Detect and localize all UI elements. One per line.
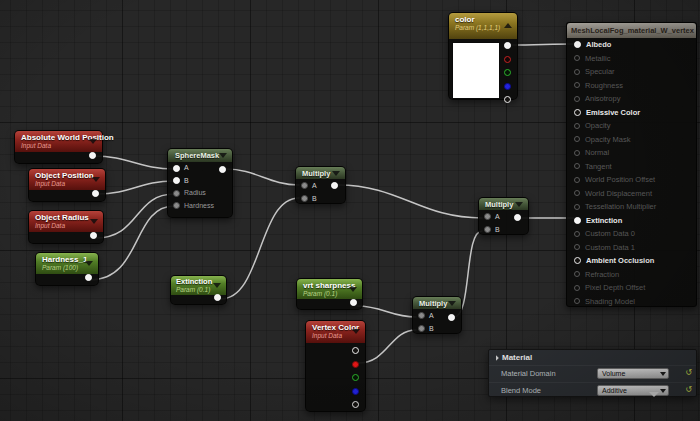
- node-object-position[interactable]: Object Position Input Data: [28, 168, 106, 202]
- result-pin-emissive-color[interactable]: Emissive Color: [567, 106, 696, 120]
- input-row-b[interactable]: B: [413, 322, 461, 335]
- node-header[interactable]: MeshLocalFog_material_W_vertex: [567, 23, 696, 38]
- node-header[interactable]: Object Radius Input Data: [29, 211, 103, 232]
- node-color-param[interactable]: color Param (1,1,1,1): [448, 12, 518, 100]
- output-pin[interactable]: [92, 190, 99, 197]
- input-pin-a[interactable]: [301, 182, 308, 189]
- material-domain-dropdown[interactable]: Volume: [597, 368, 669, 379]
- output-pin-a[interactable]: [504, 96, 511, 103]
- output-pin[interactable]: [85, 274, 92, 281]
- collapse-arrow-icon[interactable]: [352, 329, 360, 334]
- result-pin-ambient-occlusion[interactable]: Ambient Occlusion: [567, 254, 696, 268]
- node-material-result[interactable]: MeshLocalFog_material_W_vertex Albedo Me…: [566, 22, 697, 307]
- collapse-arrow-icon[interactable]: [92, 177, 100, 182]
- node-header[interactable]: SphereMask: [168, 149, 232, 162]
- output-pin-b[interactable]: [352, 388, 359, 395]
- output-pin-r[interactable]: [504, 56, 511, 63]
- pin-icon[interactable]: [574, 244, 580, 250]
- node-multiply-1[interactable]: Multiply A B: [295, 166, 346, 204]
- input-pin-b[interactable]: [301, 195, 308, 202]
- node-header[interactable]: Multiply: [479, 198, 528, 210]
- output-pin-r[interactable]: [352, 361, 359, 368]
- pin-icon[interactable]: [574, 177, 580, 183]
- result-pin-roughness[interactable]: Roughness: [567, 79, 696, 93]
- pin-icon[interactable]: [574, 285, 580, 291]
- node-header[interactable]: Multiply: [413, 297, 461, 309]
- node-header[interactable]: Object Position Input Data: [29, 169, 105, 190]
- input-pin-b[interactable]: [418, 325, 425, 332]
- material-graph-canvas[interactable]: color Param (1,1,1,1) MeshLocalFog_mater…: [0, 0, 700, 421]
- result-pin-albedo[interactable]: Albedo: [567, 38, 696, 52]
- output-pin[interactable]: [331, 182, 338, 189]
- node-header[interactable]: Hardness_1 Param (100): [36, 253, 98, 274]
- output-pin[interactable]: [350, 299, 357, 306]
- result-pin-tangent[interactable]: Tangent: [567, 160, 696, 174]
- wire-absworldpos-to-spheremask-a[interactable]: [94, 156, 174, 169]
- result-pin-opacity-mask[interactable]: Opacity Mask: [567, 133, 696, 147]
- input-pin-radius[interactable]: [173, 190, 180, 197]
- node-extinction-param[interactable]: Extinction Param (0.1): [170, 275, 227, 305]
- result-pin-opacity[interactable]: Opacity: [567, 119, 696, 133]
- result-pin-custom-data-1[interactable]: Custom Data 1: [567, 241, 696, 255]
- pin-icon[interactable]: [574, 82, 580, 88]
- output-pin[interactable]: [214, 294, 221, 301]
- pin-icon[interactable]: [574, 257, 581, 264]
- pin-icon[interactable]: [574, 271, 580, 277]
- output-pin-b[interactable]: [504, 83, 511, 90]
- result-pin-anisotropy[interactable]: Anisotropy: [567, 92, 696, 106]
- output-pin[interactable]: [219, 166, 226, 173]
- input-pin-b[interactable]: [484, 226, 491, 233]
- node-vrt-sharpness-param[interactable]: vrt sharpness Param (0.1): [296, 278, 363, 310]
- node-header[interactable]: Absolute World Position Input Data: [15, 131, 102, 152]
- reset-to-default-icon[interactable]: ↺: [685, 386, 692, 394]
- pin-icon[interactable]: [574, 204, 580, 210]
- input-pin-a[interactable]: [418, 312, 425, 319]
- node-object-radius[interactable]: Object Radius Input Data: [28, 210, 104, 244]
- pin-icon[interactable]: [574, 150, 580, 156]
- collapse-arrow-icon[interactable]: [504, 23, 512, 28]
- pin-icon[interactable]: [574, 41, 581, 48]
- input-pin-a[interactable]: [484, 213, 491, 220]
- pin-icon[interactable]: [574, 96, 580, 102]
- wire-objectposition-to-spheremask-b[interactable]: [97, 181, 174, 194]
- input-row-b[interactable]: B: [168, 175, 232, 188]
- wire-vrtsharpness-to-multiply2-a[interactable]: [357, 306, 416, 317]
- category-expand-icon[interactable]: [493, 355, 499, 361]
- color-swatch[interactable]: [452, 42, 500, 99]
- input-row-radius[interactable]: Radius: [168, 187, 232, 200]
- input-pin-a[interactable]: [173, 165, 180, 172]
- collapse-arrow-icon[interactable]: [448, 301, 456, 306]
- result-pin-specular[interactable]: Specular: [567, 65, 696, 79]
- node-header[interactable]: vrt sharpness Param (0.1): [297, 279, 362, 299]
- input-pin-hardness[interactable]: [173, 202, 180, 209]
- collapse-arrow-icon[interactable]: [349, 287, 357, 292]
- wire-objectradius-to-spheremask-radius[interactable]: [95, 194, 174, 238]
- result-pin-tessellation-multiplier[interactable]: Tessellation Multiplier: [567, 200, 696, 214]
- node-header[interactable]: Extinction Param (0.1): [171, 276, 226, 295]
- node-sphere-mask[interactable]: SphereMask A B Radius Hardness: [167, 148, 233, 218]
- node-header[interactable]: color Param (1,1,1,1): [449, 13, 517, 39]
- output-pin-rgb[interactable]: [352, 347, 359, 354]
- pin-icon[interactable]: [574, 217, 581, 224]
- node-vertex-color[interactable]: Vertex Color Input Data: [305, 320, 366, 412]
- node-multiply-3[interactable]: Multiply A B: [478, 197, 529, 235]
- result-pin-shading-model[interactable]: Shading Model: [567, 295, 696, 309]
- input-row-b[interactable]: B: [479, 223, 528, 236]
- result-pin-metallic[interactable]: Metallic: [567, 52, 696, 66]
- result-pin-world-displacement[interactable]: World Displacement: [567, 187, 696, 201]
- output-pin-g[interactable]: [504, 69, 511, 76]
- input-row-b[interactable]: B: [296, 192, 345, 205]
- output-pin-a[interactable]: [352, 401, 359, 408]
- pin-icon[interactable]: [574, 123, 580, 129]
- pin-icon[interactable]: [574, 109, 581, 116]
- details-category-header[interactable]: Material: [489, 350, 696, 363]
- wire-spheremask-to-multiply1-a[interactable]: [226, 169, 299, 185]
- collapse-arrow-icon[interactable]: [515, 202, 523, 207]
- node-multiply-2[interactable]: Multiply A B: [412, 296, 462, 334]
- panel-expander-icon[interactable]: [649, 392, 659, 397]
- node-absolute-world-position[interactable]: Absolute World Position Input Data: [14, 130, 103, 164]
- result-pin-world-position-offset[interactable]: World Position Offset: [567, 173, 696, 187]
- input-row-hardness[interactable]: Hardness: [168, 200, 232, 213]
- output-pin[interactable]: [89, 152, 96, 159]
- output-pin[interactable]: [448, 314, 455, 321]
